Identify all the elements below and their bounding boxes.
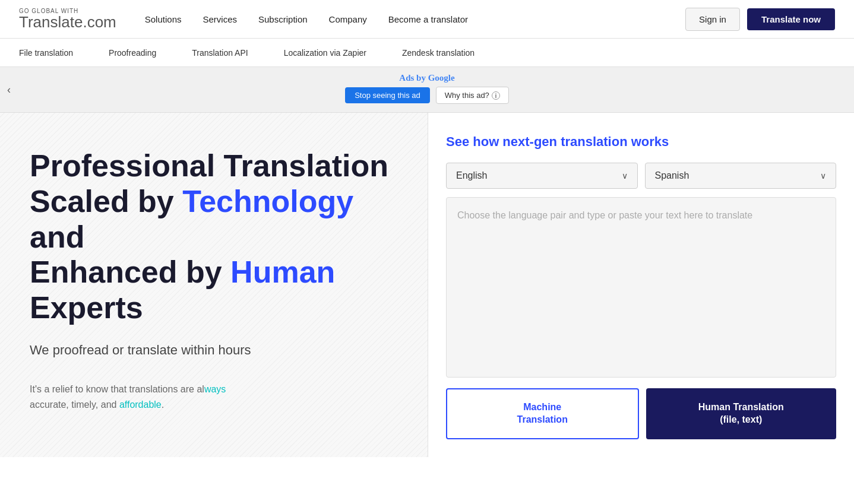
logo-main: Translate.com — [19, 14, 116, 30]
nav-become-translator[interactable]: Become a translator — [388, 14, 468, 24]
hero-title-human: Human — [230, 255, 335, 289]
machine-btn-line1: Machine — [523, 402, 561, 412]
sub-nav-localization[interactable]: Localization via Zapier — [284, 48, 366, 58]
hero-title-line3-start: Enhanced by — [30, 255, 230, 289]
human-translation-button[interactable]: Human Translation (file, text) — [646, 388, 837, 439]
target-language-selector[interactable]: Spanish ∨ — [645, 163, 837, 189]
source-language-selector[interactable]: English ∨ — [446, 163, 638, 189]
human-btn-line2: (file, text) — [720, 414, 762, 424]
nav-company[interactable]: Company — [329, 14, 367, 24]
translate-placeholder: Choose the language pair and type or pas… — [457, 210, 752, 220]
hero-title-experts: Experts — [30, 290, 143, 325]
logo-name: Translate — [19, 13, 83, 31]
ads-by-google-label: Ads by Google — [399, 73, 454, 83]
ads-by-text: Ads by — [399, 73, 428, 83]
translate-action-buttons: Machine Translation Human Translation (f… — [446, 388, 836, 439]
sub-nav-proofreading[interactable]: Proofreading — [109, 48, 156, 58]
header: GO GLOBAL WITH Translate.com Solutions S… — [0, 0, 854, 39]
ads-back-arrow[interactable]: ‹ — [7, 84, 11, 96]
hero-title-and: and — [30, 220, 84, 254]
stop-ad-button[interactable]: Stop seeing this ad — [345, 87, 430, 103]
logo-tld: .com — [83, 13, 116, 31]
target-lang-chevron: ∨ — [820, 171, 826, 180]
sub-nav-file-translation[interactable]: File translation — [19, 48, 73, 58]
translator-widget: See how next-gen translation works Engli… — [428, 113, 854, 457]
hero-title: Professional Translation Scaled by Techn… — [30, 148, 404, 326]
hero-subtitle: We proofread or translate within hours — [30, 343, 404, 358]
main-nav: Solutions Services Subscription Company … — [145, 14, 685, 24]
language-selectors: English ∨ Spanish ∨ — [446, 163, 836, 189]
sub-nav: File translation Proofreading Translatio… — [0, 39, 854, 67]
translate-now-button[interactable]: Translate now — [747, 8, 835, 30]
source-lang-label: English — [456, 170, 487, 181]
hero-title-line2-start: Scaled by — [30, 184, 182, 218]
translate-input-area[interactable]: Choose the language pair and type or pas… — [446, 197, 836, 378]
nav-services[interactable]: Services — [203, 14, 237, 24]
ads-actions: Stop seeing this ad Why this ad? i — [345, 87, 509, 104]
machine-translation-button[interactable]: Machine Translation — [446, 388, 639, 439]
signin-button[interactable]: Sign in — [685, 8, 740, 31]
ads-banner: ‹ Ads by Google Stop seeing this ad Why … — [0, 67, 854, 113]
why-ad-button[interactable]: Why this ad? i — [436, 87, 509, 104]
testimonial-text-1: It's a relief to know that translations … — [30, 384, 226, 394]
logo[interactable]: GO GLOBAL WITH Translate.com — [19, 8, 116, 30]
source-lang-chevron: ∨ — [622, 171, 628, 180]
hero-title-technology: Technology — [182, 184, 353, 218]
hero-title-line1: Professional Translation — [30, 148, 388, 183]
widget-title: See how next-gen translation works — [446, 134, 836, 150]
sub-nav-translation-api[interactable]: Translation API — [192, 48, 248, 58]
sub-nav-items: File translation Proofreading Translatio… — [19, 48, 835, 58]
testimonial-text-2: accurate, timely, and affordable. — [30, 400, 164, 410]
header-actions: Sign in Translate now — [685, 8, 835, 31]
sub-nav-zendesk[interactable]: Zendesk translation — [402, 48, 475, 58]
testimonial: It's a relief to know that translations … — [30, 382, 404, 412]
machine-btn-line2: Translation — [517, 414, 568, 424]
why-ad-text: Why this ad? — [445, 91, 489, 100]
target-lang-label: Spanish — [655, 170, 689, 181]
nav-solutions[interactable]: Solutions — [145, 14, 182, 24]
google-brand-text: Google — [428, 73, 455, 83]
hero-left: Professional Translation Scaled by Techn… — [0, 113, 428, 457]
main-content: Professional Translation Scaled by Techn… — [0, 113, 854, 457]
why-ad-info-icon: i — [492, 91, 500, 100]
nav-subscription[interactable]: Subscription — [258, 14, 308, 24]
human-btn-line1: Human Translation — [698, 402, 784, 412]
